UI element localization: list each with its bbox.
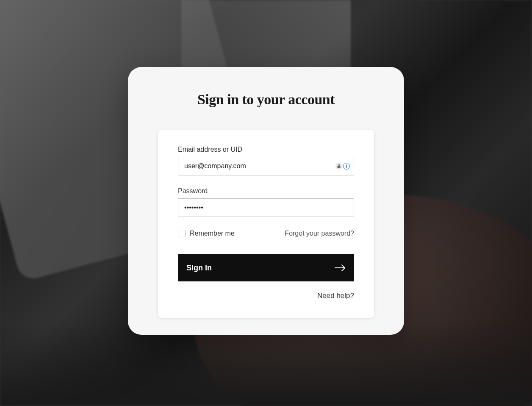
signin-form-panel: Email address or UID i Password Remember…	[158, 130, 374, 318]
options-row: Remember me Forgot your password?	[178, 230, 354, 237]
signin-card: Sign in to your account Email address or…	[128, 67, 404, 335]
signin-button-label: Sign in	[186, 264, 212, 273]
lock-icon[interactable]	[335, 163, 342, 170]
email-input[interactable]	[178, 157, 354, 175]
need-help-link[interactable]: Need help?	[178, 292, 354, 300]
password-label: Password	[178, 187, 354, 195]
remember-me-checkbox[interactable]	[178, 230, 186, 237]
password-manager-icons: i	[335, 163, 350, 170]
email-label: Email address or UID	[178, 146, 354, 153]
email-input-wrapper: i	[178, 157, 354, 175]
remember-me-label[interactable]: Remember me	[190, 230, 235, 237]
remember-me-wrapper: Remember me	[178, 230, 235, 237]
card-title: Sign in to your account	[197, 92, 335, 108]
password-field-group: Password	[178, 187, 354, 217]
password-input[interactable]	[178, 198, 354, 217]
forgot-password-link[interactable]: Forgot your password?	[285, 230, 354, 237]
arrow-right-icon	[335, 264, 346, 272]
email-field-group: Email address or UID i	[178, 146, 354, 175]
info-icon[interactable]: i	[343, 163, 350, 170]
signin-button[interactable]: Sign in	[178, 254, 354, 281]
